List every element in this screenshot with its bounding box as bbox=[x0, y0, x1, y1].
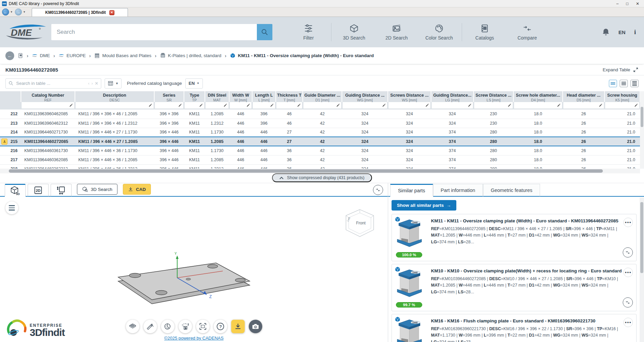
horizontal-scrollbar-thumb[interactable] bbox=[9, 169, 603, 173]
nav-compare[interactable]: Compare bbox=[506, 24, 548, 41]
column-header[interactable]: SeriesSR bbox=[154, 91, 184, 102]
horizontal-scrollbar[interactable] bbox=[0, 169, 640, 173]
table-row[interactable]: 215KM0113964460272085KM11 / 396 × 446 × … bbox=[0, 137, 640, 146]
column-filter-input[interactable] bbox=[343, 102, 387, 108]
card-menu-button[interactable]: ●●● bbox=[623, 318, 633, 327]
column-header[interactable]: Screw hole diameter...D4 [mm] bbox=[513, 91, 563, 102]
info-icon[interactable]: i bbox=[634, 29, 636, 36]
viewer-menu-button[interactable] bbox=[5, 201, 18, 214]
density-medium-button[interactable] bbox=[620, 80, 628, 87]
column-filter-input[interactable] bbox=[253, 102, 275, 108]
tab-3d[interactable]: 3D bbox=[5, 184, 26, 197]
similar-part-card[interactable]: DME 99.7 % KM10 - KM10 - Oversize clampi… bbox=[392, 264, 637, 311]
tab-2d[interactable]: 2D bbox=[28, 184, 49, 197]
column-header[interactable]: Guiding Distance ...WG [mm] bbox=[342, 91, 388, 102]
show-compressed-button[interactable]: Show compressed display (431 products) bbox=[272, 173, 372, 182]
nav-3d-search[interactable]: 3D Search bbox=[333, 24, 375, 41]
column-header[interactable]: Screws Distance ...WS [mm] bbox=[388, 91, 431, 102]
help-icon[interactable]: ? bbox=[214, 320, 227, 333]
column-filter-input[interactable] bbox=[514, 102, 562, 108]
part-thumbnail[interactable]: DME bbox=[396, 218, 423, 250]
nav-2d-search[interactable]: 2D Search bbox=[375, 24, 418, 41]
notifications-bell-icon[interactable] bbox=[602, 28, 610, 36]
column-header[interactable]: Thickness TT [mm] bbox=[276, 91, 303, 102]
column-header[interactable]: DIN SteelMAT bbox=[205, 91, 229, 102]
tab-close-icon[interactable]: ✕ bbox=[109, 10, 114, 15]
row-number-column-header[interactable] bbox=[0, 91, 21, 102]
table-row[interactable]: 212KM0113963960462085KM11 / 396 × 396 × … bbox=[0, 109, 640, 119]
table-row[interactable]: 218KM0113964460362312KM11 / 396 × 446 × … bbox=[0, 164, 640, 169]
column-filter-input[interactable] bbox=[276, 102, 302, 108]
expand-table-button[interactable]: Expand Table bbox=[602, 67, 639, 73]
next-match-icon[interactable]: › bbox=[91, 81, 93, 86]
card-menu-button[interactable]: ●●● bbox=[623, 218, 633, 227]
forward-dropdown-icon[interactable]: ▼ bbox=[23, 10, 26, 14]
breadcrumb-item-europe[interactable]: EUROPE bbox=[58, 53, 86, 58]
catalog-language-dropdown[interactable]: EN ▼ bbox=[185, 78, 203, 89]
card-compare-icon[interactable] bbox=[623, 247, 633, 258]
column-header[interactable]: DescriptionDESC bbox=[75, 91, 154, 102]
column-filter-input[interactable] bbox=[474, 102, 513, 108]
section-icon[interactable] bbox=[161, 320, 175, 333]
column-header[interactable]: Screw Distance ...LS [mm] bbox=[474, 91, 513, 102]
column-filter-input[interactable] bbox=[155, 102, 183, 108]
part-thumbnail[interactable]: DME bbox=[396, 268, 423, 300]
language-selector[interactable]: EN bbox=[618, 29, 625, 35]
column-header[interactable]: Guiding Distance...LG [mm] bbox=[431, 91, 474, 102]
similar-scrollbar-thumb[interactable] bbox=[640, 202, 643, 273]
part-thumbnail[interactable]: DME bbox=[396, 318, 423, 342]
browser-tab[interactable]: KM0113964460272085 | 3Dfindit ✕ bbox=[32, 8, 128, 17]
similar-part-title[interactable]: KM10 - KM10 - Oversize clamping plate(Wi… bbox=[431, 268, 622, 273]
column-picker-button[interactable]: ▼ bbox=[105, 78, 122, 89]
table-row[interactable]: 214KM0113964460271730KM11 / 396 × 446 × … bbox=[0, 128, 640, 137]
vertical-scrollbar[interactable] bbox=[640, 91, 644, 169]
column-filter-input[interactable] bbox=[303, 102, 341, 108]
card-menu-button[interactable]: ●●● bbox=[623, 268, 633, 277]
cadenas-credit-link[interactable]: ©2025 powered by CADENAS bbox=[164, 336, 224, 341]
catalog-root-icon[interactable] bbox=[18, 53, 23, 58]
column-filter-input[interactable] bbox=[185, 102, 204, 108]
tab-geometric-features[interactable]: Geometric features bbox=[483, 184, 540, 197]
column-filter-input[interactable] bbox=[22, 102, 74, 108]
column-header[interactable]: Head diameter ...D5 [mm] bbox=[563, 91, 605, 102]
tab-similar-parts[interactable]: Similar parts bbox=[390, 184, 433, 197]
dme-logo[interactable]: DME bbox=[5, 23, 47, 41]
measure-icon[interactable] bbox=[143, 320, 157, 333]
breadcrumb-item-k-plates[interactable]: K-Plates | drilled, standard bbox=[160, 53, 221, 58]
cad-download-button[interactable]: CAD bbox=[123, 184, 151, 195]
3d-model[interactable]: Z Y bbox=[111, 247, 273, 324]
row-download-icon[interactable] bbox=[1, 139, 7, 145]
card-compare-icon[interactable] bbox=[623, 297, 633, 308]
vertical-scrollbar-thumb[interactable] bbox=[641, 107, 643, 127]
nav-filter[interactable]: Filter bbox=[287, 24, 330, 41]
view-cube[interactable]: Front Left bbox=[341, 208, 378, 238]
column-header[interactable]: Screw housingK5 [mm] bbox=[605, 91, 640, 102]
column-header[interactable]: Guide Diameter ...D1 [mm] bbox=[303, 91, 342, 102]
column-filter-input[interactable] bbox=[230, 102, 251, 108]
column-filter-input[interactable] bbox=[76, 102, 154, 108]
similar-part-card[interactable]: DME 100.0 % KM11 - KM11 - Oversize clamp… bbox=[392, 214, 637, 261]
column-filter-input[interactable] bbox=[605, 102, 639, 108]
table-search-input[interactable] bbox=[16, 81, 85, 86]
maximize-icon[interactable]: □ bbox=[626, 1, 628, 6]
search-input[interactable] bbox=[51, 24, 257, 40]
column-header[interactable]: Length LL [mm] bbox=[252, 91, 276, 102]
column-filter-input[interactable] bbox=[432, 102, 473, 108]
viewer-3d-search-button[interactable]: 3D Search bbox=[77, 184, 117, 195]
density-full-button[interactable] bbox=[630, 80, 639, 87]
close-icon[interactable]: ✕ bbox=[636, 1, 639, 6]
breadcrumb-back-icon[interactable]: ← bbox=[5, 51, 14, 60]
search-button[interactable] bbox=[257, 24, 272, 40]
fit-view-icon[interactable] bbox=[196, 320, 210, 333]
viewer-compare-icon[interactable] bbox=[373, 185, 383, 195]
minimize-icon[interactable]: – bbox=[616, 1, 619, 6]
mesh-render-icon[interactable] bbox=[126, 320, 139, 333]
table-row[interactable]: 216KM0113964460361730KM11 / 396 × 446 × … bbox=[0, 146, 640, 155]
column-header[interactable]: Catalog NumberREF bbox=[21, 91, 75, 102]
tab-part-information[interactable]: Part information bbox=[433, 184, 483, 197]
similar-part-title[interactable]: KM16 - KM16 - Flush clamping plate - Eur… bbox=[431, 318, 622, 323]
table-row[interactable]: 217KM0113964460362085KM11 / 396 × 446 × … bbox=[0, 155, 640, 164]
table-row[interactable]: 213KM0113963960462312KM11 / 396 × 396 × … bbox=[0, 119, 640, 128]
column-header[interactable]: TypeTP bbox=[184, 91, 205, 102]
clear-search-icon[interactable]: ✕ bbox=[95, 81, 98, 86]
